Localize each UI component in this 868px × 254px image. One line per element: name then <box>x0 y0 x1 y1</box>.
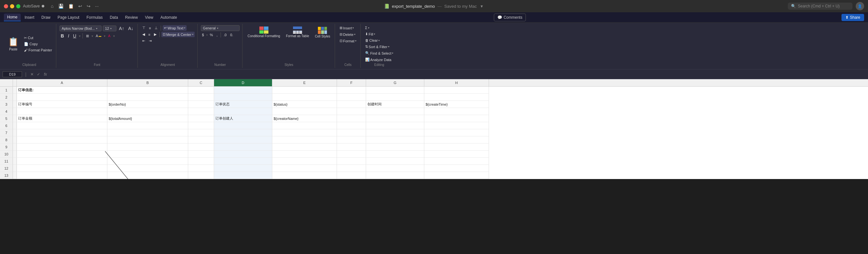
list-item[interactable]: 订单创建人 <box>214 115 272 122</box>
font-size-dropdown[interactable]: 12 ▾ <box>103 26 117 31</box>
cut-button[interactable]: ✂ Cut <box>23 35 53 41</box>
list-item[interactable] <box>188 122 214 129</box>
list-item[interactable] <box>214 172 272 179</box>
list-item[interactable] <box>424 94 489 101</box>
list-item[interactable] <box>272 94 337 101</box>
currency-button[interactable]: $ <box>201 32 205 37</box>
list-item[interactable] <box>337 87 366 94</box>
format-painter-button[interactable]: 🖌 Format Painter <box>23 47 53 53</box>
decrease-decimal-button[interactable]: .0 <box>222 32 228 37</box>
saved-chevron-icon[interactable]: ▾ <box>479 3 484 9</box>
col-header-a[interactable]: A <box>17 79 107 86</box>
align-bottom-button[interactable]: ⊥ <box>153 25 159 31</box>
list-item[interactable] <box>107 144 188 151</box>
italic-button[interactable]: I <box>67 33 70 39</box>
list-item[interactable] <box>107 108 188 115</box>
list-item[interactable]: 创建时间 <box>366 101 424 108</box>
list-item[interactable] <box>337 122 366 129</box>
list-item[interactable] <box>366 115 424 122</box>
delete-button[interactable]: ⊟ Delete ▾ <box>338 32 358 37</box>
underline-button[interactable]: U <box>72 33 78 39</box>
list-item[interactable] <box>17 136 107 144</box>
list-item[interactable] <box>188 172 214 179</box>
list-item[interactable] <box>188 165 214 172</box>
fill-color-button[interactable]: A▬ <box>94 33 102 38</box>
font-color-button[interactable]: A <box>107 33 112 38</box>
list-item[interactable] <box>188 129 214 136</box>
list-item[interactable] <box>214 87 272 94</box>
list-item[interactable] <box>366 165 424 172</box>
list-item[interactable] <box>366 108 424 115</box>
tab-review[interactable]: Review <box>122 14 141 21</box>
list-item[interactable] <box>214 108 272 115</box>
list-item[interactable] <box>107 172 188 179</box>
format-as-table-button[interactable]: Format as Table <box>284 25 311 39</box>
col-header-h[interactable]: H <box>424 79 489 86</box>
list-item[interactable] <box>424 115 489 122</box>
list-item[interactable] <box>188 115 214 122</box>
list-item[interactable] <box>337 158 366 165</box>
increase-decimal-button[interactable]: 0. <box>229 32 235 37</box>
list-item[interactable] <box>337 136 366 144</box>
redo-icon[interactable]: ↪ <box>85 3 92 9</box>
formula-input[interactable] <box>50 72 865 76</box>
list-item[interactable] <box>272 151 337 158</box>
analyze-data-button[interactable]: 📊 Analyze Data <box>364 57 395 62</box>
save-copy-icon[interactable]: 📋 <box>67 3 75 9</box>
list-item[interactable] <box>366 122 424 129</box>
list-item[interactable]: ${createTime} <box>424 101 489 108</box>
list-item[interactable] <box>17 165 107 172</box>
list-item[interactable]: ${creatorName} <box>272 115 337 122</box>
list-item[interactable] <box>107 158 188 165</box>
list-item[interactable] <box>366 158 424 165</box>
list-item[interactable] <box>366 136 424 144</box>
list-item[interactable] <box>424 165 489 172</box>
list-item[interactable] <box>424 136 489 144</box>
list-item[interactable] <box>17 108 107 115</box>
maximize-button[interactable] <box>16 4 20 8</box>
list-item[interactable] <box>424 151 489 158</box>
bold-button[interactable]: B <box>60 33 65 39</box>
list-item[interactable] <box>188 151 214 158</box>
list-item[interactable] <box>107 122 188 129</box>
list-item[interactable] <box>337 101 366 108</box>
list-item[interactable] <box>214 129 272 136</box>
list-item[interactable] <box>424 129 489 136</box>
list-item[interactable] <box>188 136 214 144</box>
col-header-f[interactable]: F <box>337 79 366 86</box>
list-item[interactable] <box>17 94 107 101</box>
tab-draw[interactable]: Draw <box>38 14 54 21</box>
list-item[interactable] <box>366 144 424 151</box>
number-format-dropdown[interactable]: General ▾ <box>201 25 240 31</box>
list-item[interactable] <box>214 151 272 158</box>
list-item[interactable] <box>337 151 366 158</box>
list-item[interactable]: 订单状态 <box>214 101 272 108</box>
list-item[interactable] <box>214 122 272 129</box>
autosum-button[interactable]: Σ ▾ <box>364 25 395 30</box>
sort-filter-button[interactable]: ⇅ Sort & Filter ▾ <box>364 44 395 50</box>
copy-button[interactable]: 📄 Copy <box>23 41 53 47</box>
list-item[interactable] <box>107 129 188 136</box>
list-item[interactable] <box>214 165 272 172</box>
list-item[interactable]: 订单编号 <box>17 101 107 108</box>
indent-increase-button[interactable]: ⇥ <box>148 38 153 44</box>
list-item[interactable] <box>366 87 424 94</box>
list-item[interactable] <box>17 129 107 136</box>
font-shrink-button[interactable]: A↓ <box>127 25 134 32</box>
confirm-formula-button[interactable]: ✓ <box>36 72 41 76</box>
col-header-d[interactable]: D <box>214 79 272 86</box>
col-header-g[interactable]: G <box>366 79 424 86</box>
close-button[interactable] <box>4 4 8 8</box>
list-item[interactable] <box>272 165 337 172</box>
list-item[interactable]: ${totalAmount} <box>107 115 188 122</box>
list-item[interactable] <box>188 101 214 108</box>
list-item[interactable]: ${status} <box>272 101 337 108</box>
list-item[interactable] <box>337 94 366 101</box>
align-top-button[interactable]: ⊤ <box>141 25 147 31</box>
share-button[interactable]: ⬆ Share <box>841 14 864 21</box>
list-item[interactable] <box>107 165 188 172</box>
font-name-dropdown[interactable]: Aptos Narrow (Bod... ▾ <box>60 26 101 31</box>
list-item[interactable] <box>424 144 489 151</box>
tab-automate[interactable]: Automate <box>157 14 180 21</box>
list-item[interactable] <box>107 94 188 101</box>
